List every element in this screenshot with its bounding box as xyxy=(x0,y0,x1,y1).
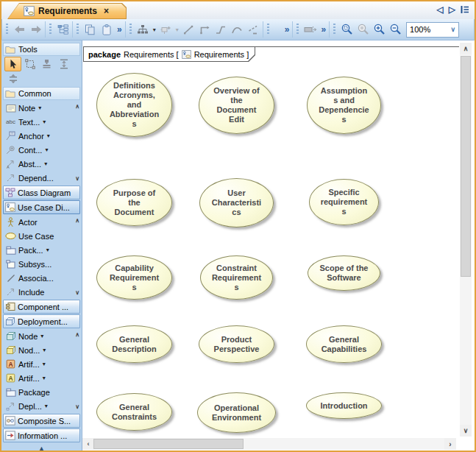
pointer-tool-button[interactable] xyxy=(4,57,21,71)
horizontal-scroll-thumb[interactable] xyxy=(93,439,244,449)
combo-dropdown-arrow[interactable]: ∨ xyxy=(450,26,455,33)
use-case-node[interactable]: Overview of the Document Edit xyxy=(199,77,274,134)
vertical-align-tool-button[interactable] xyxy=(4,71,21,86)
palette-collapse-button[interactable]: ▲ xyxy=(1,443,82,451)
toolbar-grip[interactable] xyxy=(49,24,51,35)
use-case-node[interactable]: Introduction xyxy=(306,392,382,419)
toolbar-overflow-chevron[interactable]: » xyxy=(115,24,124,35)
palette-item-subsystem[interactable]: Subsys... xyxy=(1,257,82,271)
section-component-diagram[interactable]: Component ... xyxy=(3,300,80,314)
paste-button[interactable] xyxy=(99,21,114,38)
dropdown-arrow-icon[interactable]: ▾ xyxy=(45,146,48,153)
use-case-node[interactable]: User Characteristi cs xyxy=(199,178,274,227)
vertical-scroll-thumb[interactable] xyxy=(461,56,471,277)
scroll-down-button[interactable]: ∨ xyxy=(460,425,472,437)
zoom-out-button[interactable] xyxy=(388,21,403,38)
scroll-up-button[interactable]: ∧ xyxy=(460,43,472,54)
zoom-selection-button[interactable] xyxy=(355,21,371,38)
palette-splitter-collapse-button[interactable]: ‹ xyxy=(82,438,94,450)
toolbar-overflow-chevron[interactable]: » xyxy=(319,24,327,35)
add-related-dropdown-arrow[interactable]: ▾ xyxy=(174,27,180,33)
marquee-select-tool-button[interactable] xyxy=(21,57,38,71)
dropdown-arrow-icon[interactable]: ▾ xyxy=(38,105,41,111)
palette-item-text[interactable]: abc Text... ▾ xyxy=(1,115,82,129)
dropdown-arrow-icon[interactable]: ▾ xyxy=(45,403,48,409)
use-case-node[interactable]: Operational Environment xyxy=(197,392,276,433)
panel-scroll-down[interactable]: ∨ xyxy=(75,289,79,296)
toolbar-overflow-chevron[interactable]: » xyxy=(283,24,291,35)
palette-item-package[interactable]: Pack... ▾ xyxy=(1,243,82,257)
use-case-node[interactable]: Capability Requirement s xyxy=(96,255,172,300)
path-straight-button[interactable] xyxy=(181,21,196,38)
zoom-level-combobox[interactable]: 100% ∨ xyxy=(406,22,459,38)
use-case-node[interactable]: General Description xyxy=(96,325,172,363)
vertical-scrollbar[interactable]: ∧ ∨ xyxy=(460,43,472,437)
toolbar-grip[interactable] xyxy=(333,24,335,35)
use-case-node[interactable]: General Constraints xyxy=(96,393,172,431)
palette-item-note[interactable]: Note ▾ ∧ xyxy=(1,101,82,115)
palette-item-dependency[interactable]: Depend... ∨ xyxy=(1,171,82,185)
dropdown-arrow-icon[interactable]: ▾ xyxy=(40,333,43,339)
use-case-node[interactable]: Definitions Acronyms, and Abbreviation s xyxy=(96,73,172,137)
palette-item-anchor[interactable]: Anchor ▾ xyxy=(1,129,82,143)
tab-requirements[interactable]: Requirements × xyxy=(7,3,127,19)
path-bezier-button[interactable] xyxy=(230,21,245,38)
palette-item-artifact[interactable]: A Artif... ▾ xyxy=(1,357,82,371)
tab-list-icon[interactable] xyxy=(461,5,469,14)
toolbar-grip[interactable] xyxy=(267,24,269,35)
tab-scroll-right-button[interactable]: ▷ xyxy=(449,4,455,15)
section-class-diagram[interactable]: Class Diagram xyxy=(3,186,80,199)
use-case-node[interactable]: Constraint Requirement s xyxy=(200,255,273,300)
dropdown-arrow-icon[interactable]: ▾ xyxy=(43,375,46,381)
scroll-right-button[interactable]: › xyxy=(444,438,456,450)
dropdown-arrow-icon[interactable]: ▾ xyxy=(43,347,46,353)
panel-scroll-up[interactable]: ∧ xyxy=(75,331,79,338)
dropdown-arrow-icon[interactable]: ▾ xyxy=(43,361,46,367)
dropdown-arrow-icon[interactable]: ▾ xyxy=(46,247,49,253)
use-case-node[interactable]: Product Perspective xyxy=(199,325,274,363)
common-panel-title[interactable]: Common xyxy=(3,87,80,100)
copy-button[interactable] xyxy=(82,21,98,38)
nav-back-button[interactable] xyxy=(12,21,27,38)
containment-tree-button[interactable] xyxy=(55,21,71,38)
panel-scroll-up[interactable]: ∧ xyxy=(75,103,79,110)
panel-scroll-up[interactable]: ∧ xyxy=(75,217,79,224)
tab-close-button[interactable]: × xyxy=(104,6,109,16)
toolbar-grip[interactable] xyxy=(6,24,8,35)
section-deployment-diagram[interactable]: Deployment... xyxy=(3,314,80,328)
tools-panel-title[interactable]: Tools xyxy=(3,43,80,56)
dropdown-arrow-icon[interactable]: ▾ xyxy=(43,119,46,125)
add-related-elements-button[interactable] xyxy=(158,21,174,38)
section-information-flow[interactable]: Information ... xyxy=(3,428,80,442)
tab-scroll-left-button[interactable]: ◁ xyxy=(437,4,444,15)
palette-item-deploy[interactable]: Depl... ▾ ∨ xyxy=(1,399,82,413)
use-case-node[interactable]: General Capabilities xyxy=(306,325,382,363)
use-case-node[interactable]: Purpose of the Document xyxy=(96,179,172,226)
use-case-node[interactable]: Scope of the Software xyxy=(308,255,380,291)
palette-item-node[interactable]: Node ▾ ∧ xyxy=(1,329,82,343)
vertical-spacing-tool-button[interactable] xyxy=(55,57,72,71)
palette-item-containment[interactable]: Cont... ▾ xyxy=(1,143,82,157)
layout-hierarchic-button[interactable] xyxy=(135,21,151,38)
panel-scroll-down[interactable]: ∨ xyxy=(75,175,79,182)
palette-item-use-case[interactable]: Use Case xyxy=(1,229,82,243)
section-use-case-diagram[interactable]: Use Case Di... xyxy=(3,200,80,214)
use-case-node[interactable]: Specific requirement s xyxy=(309,179,379,225)
use-case-node[interactable]: Assumption s and Dependencie s xyxy=(307,77,381,134)
toolbar-grip[interactable] xyxy=(296,24,299,35)
make-preferred-size-button[interactable] xyxy=(302,21,318,38)
zoom-in-button[interactable] xyxy=(372,21,387,38)
zoom-region-button[interactable] xyxy=(339,21,355,38)
palette-item-package2[interactable]: Package xyxy=(1,385,82,399)
diagram-canvas[interactable]: package Requirements [ Requirements ] De… xyxy=(82,40,475,451)
palette-item-include[interactable]: Include ∨ xyxy=(1,285,82,299)
section-composite-structure[interactable]: Composite S... xyxy=(3,414,80,428)
path-oblique-button[interactable] xyxy=(213,21,229,38)
dropdown-arrow-icon[interactable]: ▾ xyxy=(47,133,50,139)
palette-item-node-instance[interactable]: Nod... ▾ xyxy=(1,343,82,357)
palette-item-actor[interactable]: Actor ∧ xyxy=(1,215,82,229)
horizontal-scrollbar[interactable]: ‹ › xyxy=(82,438,456,450)
panel-scroll-down[interactable]: ∨ xyxy=(75,403,79,410)
dropdown-arrow-icon[interactable]: ▾ xyxy=(44,160,47,167)
toolbar-grip[interactable] xyxy=(129,24,132,35)
